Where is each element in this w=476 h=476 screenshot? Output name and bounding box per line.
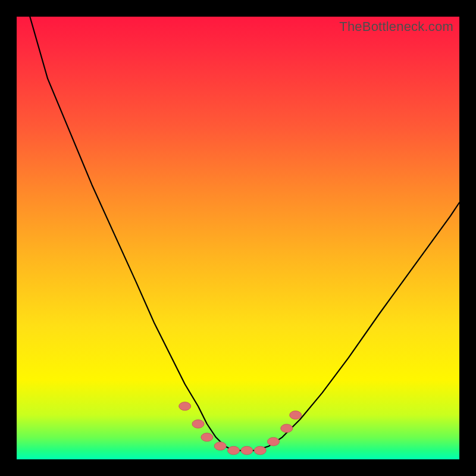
curve-dot	[241, 446, 253, 455]
chart-frame: TheBottleneck.com	[0, 0, 476, 476]
curve-dots	[179, 402, 302, 455]
curve-dot	[228, 446, 240, 455]
curve-dot	[268, 437, 280, 446]
curve-dot	[254, 446, 266, 455]
curve-dot	[214, 442, 226, 450]
curve-dot	[179, 402, 191, 411]
curve-dot	[192, 420, 204, 428]
curve-dot	[281, 424, 293, 433]
bottleneck-curve	[17, 0, 459, 450]
chart-svg	[17, 17, 459, 459]
curve-dot	[290, 411, 302, 419]
chart-plot-area: TheBottleneck.com	[17, 17, 459, 459]
curve-dot	[201, 433, 213, 441]
